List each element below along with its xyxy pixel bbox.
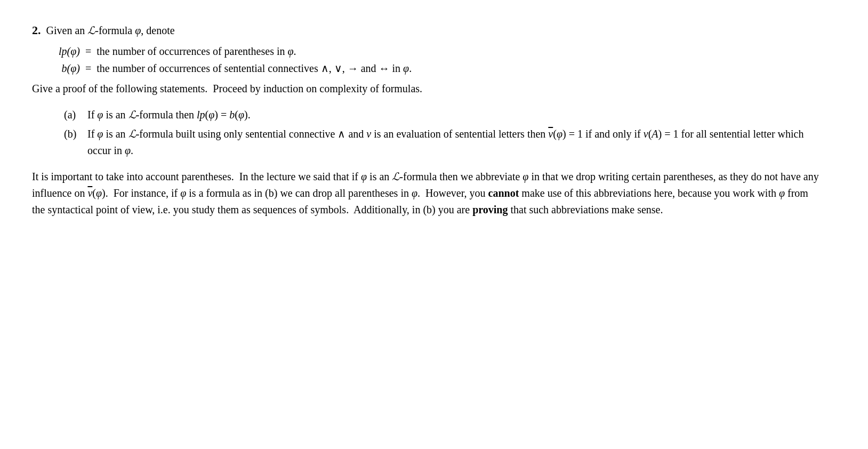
def-lp: lp(φ) = the number of occurrences of par… [32,43,821,59]
cannot-word: cannot [488,187,519,199]
main-content: 2. Given an ℒ-formula φ, denote lp(φ) = … [32,21,821,218]
def-lp-rhs: the number of occurrences of parentheses… [97,43,821,59]
def-b-eq: = [85,60,91,76]
part-b-label: (b) [64,126,83,142]
def-b-rhs: the number of occurrences of sentential … [97,60,821,76]
part-a: (a) If φ is an ℒ-formula then lp(φ) = b(… [64,107,821,123]
def-lp-eq: = [85,43,91,59]
remark-paragraph: It is important to take into account par… [32,169,821,218]
definitions-block: lp(φ) = the number of occurrences of par… [32,43,821,76]
problem-number: 2. [32,23,41,37]
def-lp-lhs: lp(φ) [32,43,80,59]
part-b-content: If φ is an ℒ-formula built using only se… [87,126,821,159]
part-b: (b) If φ is an ℒ-formula built using onl… [64,126,821,159]
header-text: Given an ℒ-formula φ, denote [44,25,175,36]
part-a-label: (a) [64,107,83,123]
proving-word: proving [472,204,508,215]
def-b-lhs: b(φ) [32,60,80,76]
header-line: 2. Given an ℒ-formula φ, denote [32,21,821,39]
parts-block: (a) If φ is an ℒ-formula then lp(φ) = b(… [64,107,821,159]
part-a-content: If φ is an ℒ-formula then lp(φ) = b(φ). [87,107,251,123]
def-b: b(φ) = the number of occurrences of sent… [32,60,821,76]
instructions: Give a proof of the following statements… [32,81,821,97]
